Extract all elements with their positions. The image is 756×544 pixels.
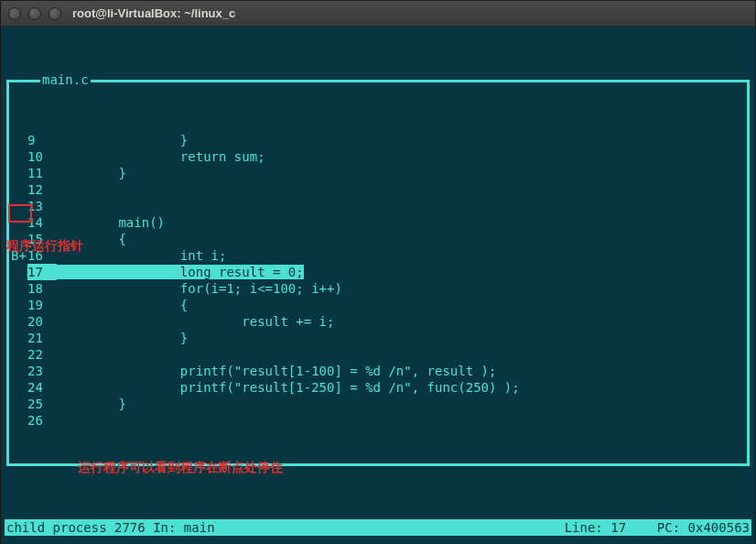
close-icon[interactable] — [8, 7, 21, 20]
code-text: } — [57, 331, 188, 345]
source-line: 19 { — [11, 297, 745, 313]
code-text: printf("result[1-250] = %d /n", func(250… — [57, 380, 520, 395]
line-number: 16 — [27, 247, 57, 264]
line-number: 19 — [27, 297, 57, 313]
line-number: 26 — [27, 412, 57, 429]
gutter-marker: > — [11, 264, 27, 280]
line-number: 22 — [27, 346, 57, 363]
maximize-icon[interactable] — [49, 7, 61, 20]
line-number: 13 — [27, 198, 57, 214]
source-line: 14 main() — [11, 214, 745, 231]
source-line: B+16 int i; — [11, 247, 745, 264]
source-line: 26 — [11, 412, 745, 429]
code-text: for(i=1; i<=100; i++) — [57, 281, 342, 296]
source-line: 10 return sum; — [11, 148, 745, 165]
minimize-icon[interactable] — [28, 7, 41, 20]
status-line-value: 17 — [610, 519, 626, 536]
line-number: 10 — [27, 148, 57, 165]
line-number: 25 — [27, 396, 57, 412]
code-text: } — [57, 397, 126, 411]
status-process: child process 2776 In: main — [6, 519, 215, 536]
line-number: 20 — [27, 313, 57, 330]
line-number: 12 — [27, 181, 57, 198]
line-number: 9 — [27, 132, 57, 148]
source-line: 15 { — [11, 231, 745, 247]
source-line: 21 } — [11, 330, 745, 346]
source-line: 20 result += i; — [11, 313, 745, 330]
status-pc-label: PC: — [657, 519, 680, 536]
status-bar: child process 2776 In: main Line: 17 PC:… — [5, 519, 751, 536]
line-number: 23 — [27, 363, 57, 379]
source-filename: main.c — [40, 71, 91, 88]
code-text: } — [57, 166, 126, 180]
code-text: { — [57, 298, 188, 312]
code-text: return sum; — [57, 149, 265, 164]
source-line: 24 printf("result[1-250] = %d /n", func(… — [11, 379, 745, 396]
terminal-body[interactable]: main.c 9 }10 return sum;11 }121314 main(… — [1, 27, 755, 544]
window-controls — [8, 7, 61, 20]
code-text: { — [57, 232, 126, 246]
window-title: root@li-VirtualBox: ~/linux_c — [72, 6, 235, 20]
source-line: >17 long result = 0; — [11, 264, 745, 280]
line-number: 21 — [27, 330, 57, 346]
terminal-window: root@li-VirtualBox: ~/linux_c main.c 9 }… — [0, 0, 756, 544]
source-frame: main.c 9 }10 return sum;11 }121314 main(… — [6, 80, 750, 466]
source-line: 9 } — [11, 132, 745, 148]
source-line: 12 — [11, 181, 745, 198]
code-text: long result = 0; — [57, 265, 304, 279]
line-number: 24 — [27, 379, 57, 396]
titlebar[interactable]: root@li-VirtualBox: ~/linux_c — [1, 1, 755, 27]
line-number: 14 — [27, 214, 57, 231]
source-line: 23 printf("result[1-100] = %d /n", resul… — [11, 363, 745, 379]
status-line-label: Line: — [565, 519, 603, 536]
source-line: 11 } — [11, 165, 745, 181]
source-line: 22 — [11, 346, 745, 363]
code-text: printf("result[1-100] = %d /n", result )… — [57, 364, 496, 378]
source-line: 13 — [11, 198, 745, 214]
code-text: main() — [57, 215, 165, 230]
source-line: 18 for(i=1; i<=100; i++) — [11, 280, 745, 297]
line-number: 15 — [27, 231, 57, 247]
line-number: 18 — [27, 280, 57, 297]
line-number: 11 — [27, 165, 57, 181]
line-number: 17 — [27, 264, 57, 280]
status-pc-value: 0x400563 — [688, 519, 750, 536]
gutter-marker: B+ — [11, 247, 27, 264]
code-text: result += i; — [57, 314, 334, 329]
source-line: 25 } — [11, 396, 745, 412]
code-text: int i; — [57, 248, 226, 263]
code-text: } — [57, 133, 188, 147]
